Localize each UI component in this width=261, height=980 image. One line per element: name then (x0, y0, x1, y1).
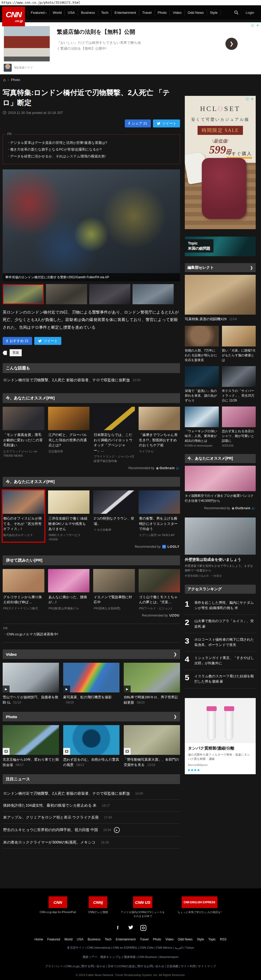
sidebar-ad-merck[interactable]: タンパク質精製/濃縮/分離 遠心式限外ろ過フィルターで簡単・迅速にタンパク質を精… (185, 698, 256, 774)
chevron-right-icon[interactable]: ❯ (173, 652, 177, 657)
news-link[interactable]: ロンドン橋付近で刃物襲撃、2人死亡 射殺の容疑者、テロで収監後に仮釈放10:00 (3, 788, 180, 800)
pr-link[interactable]: デジタル変革はデータ資産の管理と活用が肝要!最適な基盤は? (6, 140, 176, 146)
footer-nav-item[interactable]: Photo (153, 937, 161, 941)
news-link[interactable]: 野生のユキヒョウに世界初の白内障手術、視力回復 中国15:54▶ (3, 824, 180, 837)
nav-item-entertainment[interactable]: Entertainment (111, 10, 139, 16)
footer-nav-item[interactable]: Home (35, 937, 43, 941)
sidebar-ad-paint[interactable]: ⓘ ✕ 外壁塗装は助成金を使いましょう 外壁塗装で家を長持ちさせて守りましょう。… (185, 517, 256, 578)
recommend-card[interactable]: 青の衝撃。男を上げる腕時計にオリエントスターで出会うエプソン販売 on TASC… (138, 490, 180, 542)
ad-next-button[interactable]: ❯ (225, 38, 238, 50)
photo-card[interactable]: 「野生動物写真家大賞」、各部門の受賞作を見る10/18 (124, 725, 180, 767)
home-icon[interactable]: ⌂ (3, 78, 6, 82)
video-card[interactable]: ▶豪写真家、虹の飛行機雲を撮影09/29 (63, 663, 119, 705)
nav-item-style[interactable]: Style (207, 10, 221, 16)
ranking-item[interactable]: 5イスラム教のスカーフ着けた妊婦を殴打した男を逮捕 豪 (185, 670, 256, 688)
editor-select-card[interactable]: 初期の人類、7万年にわたる証拠が明らかに 化石を新発見 (185, 326, 219, 363)
carousel-dots[interactable] (185, 767, 256, 772)
twitter-tweet-button[interactable]: ツイート (34, 337, 61, 345)
footer-nav-item[interactable]: Odd News (178, 937, 193, 941)
footer-partner-links[interactable]: 囲碁ツアー、囲碁キャンプなど囲碁情報 | CNN Business | blea… (0, 954, 261, 960)
footer-nav-item[interactable]: Travel (140, 937, 149, 941)
pr-link[interactable]: データを経営に活かせるか、それはシステム環境の構築次第! (6, 154, 176, 159)
recommend-card[interactable]: 2つの特別なクラウン、登場。トヨタ自動車 (93, 490, 135, 542)
adchoices-icons[interactable]: ⓘ ✕ (246, 97, 254, 102)
also-read-card[interactable]: ゴミ山で働くモスミちゃんの夢とは。"児童…PR(ワールド・ビジョン) (138, 569, 180, 611)
footer-nav-item[interactable]: Business (88, 937, 100, 941)
nav-item-photo[interactable]: Photo (155, 10, 170, 16)
nav-item-video[interactable]: Video (170, 10, 185, 16)
breadcrumb-photo[interactable]: Photo (11, 78, 20, 82)
sidebar-ad-hcloset[interactable]: ⓘ ✕ HCLOSET 安くて可愛いカジュアル服 時間限定 SALE \最低価/… (185, 96, 256, 229)
editor-select-card[interactable]: 米テスラの「サイバートラック」、受注25万台に 11/26 (222, 366, 256, 403)
footer-nav-item[interactable]: Tech (105, 937, 111, 941)
nav-item-featured[interactable]: Featured▾ (28, 10, 50, 16)
nav-item-business[interactable]: Business (78, 10, 98, 16)
main-photo[interactable]: 事件現場のロンドン橋付近に出動する警察=29日/Gareth Fuller/PA… (3, 169, 180, 282)
nav-item-tech[interactable]: Tech (98, 10, 111, 16)
footer-language-links[interactable]: 各言語サイト | CNN International | CNN en ESPA… (0, 945, 261, 951)
photo-card[interactable]: 思わず息をのむ、自然が生んだ驚異の風景08/12 (63, 725, 119, 767)
editor-select-lead-card[interactable]: 写真特集:異形の戦闘機X2911/04 (185, 275, 256, 321)
footer-app-english-express[interactable]: CNN ENGLISH EXPRESSちょっと本気で学びたい人の英語を! (178, 896, 221, 914)
recommend-card[interactable]: 「歯磨きでワンちゃん長生き!?」獣医師おすすめのおくちケア術ライブナビ (138, 407, 180, 463)
footer-legal-links[interactable]: プライバシー | CNN.co.jpに関する問い合わせ | 日本でのCNNの放送… (0, 964, 261, 969)
twitter-icon[interactable] (127, 925, 134, 932)
footer-nav-item[interactable]: Featured (47, 937, 60, 941)
thumbnail[interactable] (89, 284, 130, 304)
nav-item-travel[interactable]: Travel (139, 10, 155, 16)
twitter-share-button[interactable]: ツイート (153, 119, 180, 127)
outbrain-credit[interactable]: Recommended byOutbrain|▷ (3, 466, 180, 470)
footer-app-cnncojp[interactable]: CNNCNN.co.jp App for iPhone/iPad (40, 896, 76, 914)
thumbnail-selected[interactable] (3, 284, 44, 304)
footer-nav-item[interactable]: Video (166, 937, 173, 941)
topic-card[interactable]: Topic 米国の銃問題 (185, 237, 256, 256)
pr-link[interactable]: 働き方改革の新たな旗手となるPCが登場!起爆剤になるか? (6, 147, 176, 153)
outbrain-credit[interactable]: Recommended byOutbrain|▷ (185, 506, 255, 510)
top-banner-ad[interactable]: ⓘ ✕ 繁盛店舗の法則を【無料】公開 『おいしい』だけでは維持すらできない業界で… (0, 22, 261, 74)
nav-item-usa[interactable]: USA (65, 10, 78, 16)
chevron-right-icon[interactable]: ❯ (250, 266, 253, 270)
photo-card[interactable]: 北京五輪から10年、変わり果てた競技会場08/17 (3, 725, 59, 767)
also-read-card[interactable]: あんなに痛かった、腰痛が…!PR((株)富山常備薬グル (48, 569, 90, 611)
logly-credit[interactable]: Recommended byLGLOGLY (3, 545, 180, 549)
video-card[interactable]: ▶雪山でヘリが超絶技巧、負傷者を救助 仏01/10 (3, 663, 59, 705)
nav-item-world[interactable]: World (50, 10, 65, 16)
footer-app-cnnj[interactable]: CNNjCNNjテレビ視聴 (88, 896, 108, 914)
sidebar-recommend-card[interactable]: タイ国際航空でのイイ旅をプロが厳選!バンコク行き往復で40,500円から (185, 466, 256, 503)
recommend-card[interactable]: 三井住友銀行で働く!未経験者OK!ノルマや残業もありませんSMBCスタッフサービ… (48, 490, 90, 542)
ranking-item[interactable]: 3ホロコースト犠牲者の靴下に隠された装身具、ポーランドで発見 (185, 633, 256, 652)
recommend-card[interactable]: 日本限定ならでは、こだわり満載のパイロットウオッチ「アベンジャー」…ブライトリン… (93, 407, 135, 463)
cnn-logo[interactable]: CNN .co.jp (2, 6, 25, 26)
facebook-like-button[interactable]: fおすすめ 21 (3, 337, 32, 345)
also-read-card[interactable]: グルコサミンから乗り換え続出!曲げ伸ば…PR(ダイドードリンコ株式 (3, 569, 45, 611)
adchoices-icons[interactable]: ⓘ ✕ (246, 519, 254, 523)
search-icon[interactable] (234, 10, 239, 15)
hcloset-cta-button[interactable]: 今すぐ購入 (226, 151, 252, 159)
footer-nav-item[interactable]: Topic (208, 937, 216, 941)
chevron-right-icon[interactable]: ❯ (173, 714, 177, 719)
tag-uk[interactable]: 英国 (10, 349, 22, 356)
thumbnail[interactable] (46, 284, 87, 304)
recommend-card[interactable]: 江戸の町と、グローバル化した現在の世界の共通点とは?日立製作所 (48, 407, 90, 463)
recommend-card-highlighted[interactable]: 都心のオフィスビルが持てる、それが「区分所有オフィス」!株式会社ボルテックス (3, 490, 45, 542)
login-button[interactable]: Login (246, 11, 254, 14)
mailmag-link[interactable]: CNN.co.jpメルマガ購読者募集中! (3, 632, 180, 637)
footer-nav-item[interactable]: RSS (220, 937, 226, 941)
facebook-icon[interactable]: f (115, 925, 121, 932)
ranking-item[interactable]: 4ミシュランガイド東京、「すきやばし次郎」が対象外に (185, 652, 256, 670)
adchoices-icons[interactable]: ⓘ ✕ (251, 23, 259, 28)
editor-select-card[interactable]: 深海で「超黒い」魚の群れを発見、謎の魚がずらり (185, 366, 219, 403)
footer-nav-item[interactable]: USA (77, 937, 83, 941)
news-link[interactable]: 米の著名ロッククライマーが300Mの転落死、メキシコ15:29 (3, 837, 180, 849)
news-link[interactable]: 米アップル、クリミアをロシア領と表示 ウクライナ反発17:40 (3, 812, 180, 824)
editor-select-pr-card[interactable]: 「ウォーキングの強い味方」人気、愛用者が続出の理由とはKOWA on lemon… (185, 407, 219, 447)
facebook-share-button[interactable]: fシェア 21 (125, 119, 151, 127)
ranking-item[interactable]: 2山火事で救出のコアラ「ルイス」、安楽死 豪 (185, 615, 256, 633)
ranking-item[interactable]: 1発作を起こした男性、脳内にサナダムシが寄生 組織壊死の例も 米 (185, 597, 256, 615)
browser-url-bar[interactable]: https://www.cnn.co.jp/photo/35146171.htm… (0, 0, 261, 5)
instagram-icon[interactable] (140, 925, 146, 932)
uzou-credit[interactable]: Recommended byUZOU (3, 614, 180, 617)
news-link[interactable]: 猟師免許得た104歳女性、最初の猟場でシカ射止める 米18:17 (3, 800, 180, 812)
nav-item-odd-news[interactable]: Odd News (185, 10, 207, 16)
editor-select-card[interactable]: 賢い「犬派」に朗報?犬がもたらす脳の健康とは (222, 326, 256, 363)
